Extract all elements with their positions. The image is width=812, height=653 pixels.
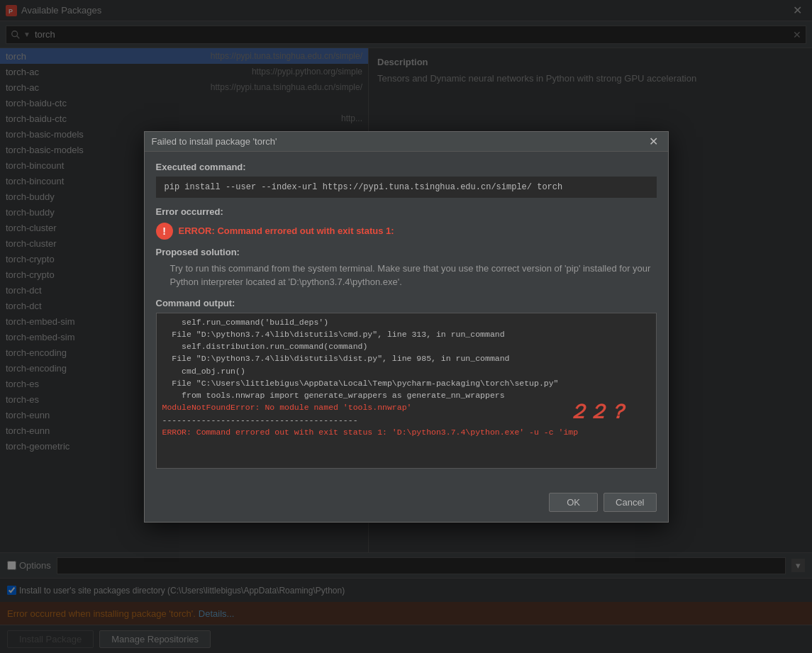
output-line: File "D:\python3.7.4\lib\distutils\dist.… [162, 352, 650, 364]
modal-title: Failed to install package 'torch' [152, 136, 277, 147]
modal-footer: OK Cancel [145, 487, 668, 522]
error-icon: ! [156, 223, 173, 240]
command-output-label: Command output: [156, 298, 657, 308]
main-window: P Available Packages ✕ ▼ ✕ torch https:/… [0, 0, 812, 653]
output-line: ---------------------------------------- [162, 414, 650, 426]
proposed-solution-label: Proposed solution: [156, 247, 657, 257]
modal-close-button[interactable]: ✕ [647, 134, 661, 148]
modal-overlay: Failed to install package 'torch' ✕ Exec… [0, 0, 812, 653]
output-line: File "D:\python3.7.4\lib\distutils\cmd.p… [162, 328, 650, 340]
output-line: self.distribution.run_command(command) [162, 340, 650, 352]
modal-cancel-button[interactable]: Cancel [604, 493, 656, 512]
output-line: self.run_command('build_deps') [162, 316, 650, 328]
error-modal: Failed to install package 'torch' ✕ Exec… [144, 131, 669, 523]
error-message: ERROR: Command errored out with exit sta… [179, 225, 394, 236]
output-line: File "C:\Users\littlebigus\AppData\Local… [162, 377, 650, 389]
executed-command-label: Executed command: [156, 162, 657, 172]
executed-command: pip install --user --index-url https://p… [156, 177, 657, 198]
output-error-line: ModuleNotFoundError: No module named 'to… [162, 401, 650, 413]
modal-ok-button[interactable]: OK [549, 493, 598, 512]
modal-body: Executed command: pip install --user --i… [145, 152, 668, 487]
error-occurred-label: Error occurred: [156, 206, 657, 217]
output-error-line: ERROR: Command errored out with exit sta… [162, 426, 650, 438]
modal-title-bar: Failed to install package 'torch' ✕ [145, 132, 668, 152]
output-line: from tools.nnwrap import generate_wrappe… [162, 389, 650, 401]
output-line: cmd_obj.run() [162, 365, 650, 377]
error-line: ! ERROR: Command errored out with exit s… [156, 223, 657, 240]
command-output-box[interactable]: self.run_command('build_deps') File "D:\… [156, 313, 657, 469]
proposed-solution-text: Try to run this command from the system … [156, 262, 657, 289]
